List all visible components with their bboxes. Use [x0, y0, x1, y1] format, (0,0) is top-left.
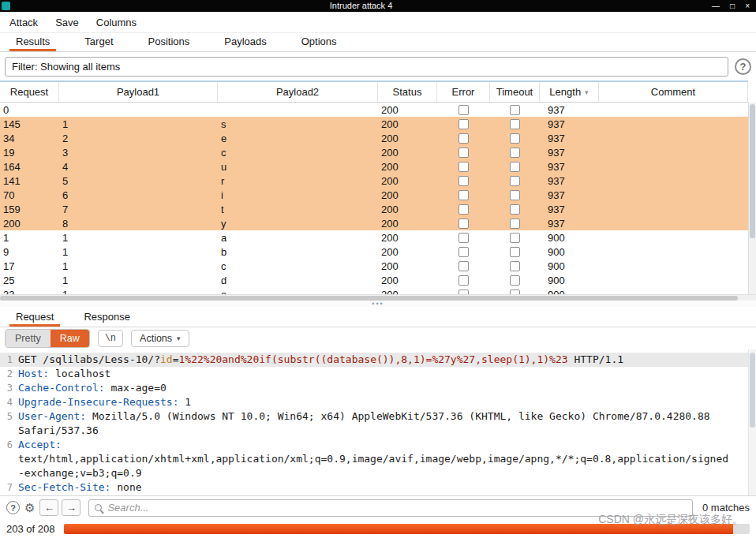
raw-button[interactable]: Raw: [51, 330, 89, 347]
table-row[interactable]: 1 1 a 200 900: [0, 230, 748, 245]
table-row[interactable]: 19 3 c 200 937: [0, 145, 748, 159]
gear-icon[interactable]: ⚙: [24, 502, 35, 514]
timeout-checkbox[interactable]: [510, 261, 520, 271]
column-header-request[interactable]: Request: [0, 82, 59, 102]
error-checkbox[interactable]: [458, 275, 469, 286]
error-checkbox[interactable]: [458, 190, 469, 200]
column-header-error[interactable]: Error: [437, 82, 490, 102]
cell-payload2: e: [218, 131, 378, 145]
prev-match-button[interactable]: ←: [39, 499, 58, 516]
timeout-checkbox[interactable]: [510, 275, 520, 286]
cell-length: 937: [540, 131, 599, 145]
cell-request: 164: [0, 159, 59, 174]
error-checkbox[interactable]: [458, 133, 469, 144]
minimize-icon[interactable]: —: [712, 0, 720, 12]
editor-scrollbar[interactable]: [748, 349, 756, 495]
error-checkbox[interactable]: [458, 219, 469, 229]
cell-error: [437, 202, 490, 216]
cell-comment: [599, 259, 748, 273]
table-row[interactable]: 159 7 t 200 937: [0, 202, 748, 216]
tab-options[interactable]: Options: [295, 33, 343, 51]
scrollbar-thumb[interactable]: [750, 104, 755, 238]
timeout-checkbox[interactable]: [510, 233, 520, 243]
maximize-icon[interactable]: □: [730, 0, 735, 12]
timeout-checkbox[interactable]: [510, 133, 520, 144]
column-header-payload2[interactable]: Payload2: [218, 82, 378, 102]
pane-splitter[interactable]: •••: [0, 301, 756, 307]
pretty-button[interactable]: Pretty: [6, 330, 51, 347]
table-row[interactable]: 70 6 i 200 937: [0, 188, 748, 202]
newline-toggle-button[interactable]: \n: [98, 330, 123, 347]
progress-bar: [64, 524, 750, 534]
editor-tab-response[interactable]: Response: [77, 307, 137, 327]
error-checkbox[interactable]: [458, 105, 469, 115]
column-header-timeout[interactable]: Timeout: [490, 82, 540, 102]
menu-attack[interactable]: Attack: [2, 13, 46, 32]
cell-timeout: [490, 188, 540, 202]
filter-section: Filter: Showing all items ?: [0, 52, 756, 80]
cell-error: [437, 259, 490, 273]
filter-bar[interactable]: Filter: Showing all items: [5, 57, 728, 77]
editor-tab-request[interactable]: Request: [9, 307, 60, 327]
request-line: text/html,application/xhtml+xml,applicat…: [0, 452, 756, 466]
table-row[interactable]: 0 200 937: [0, 103, 748, 117]
table-row[interactable]: 33 1 e 200 900: [0, 287, 748, 294]
error-checkbox[interactable]: [458, 162, 469, 172]
cell-length: 937: [540, 202, 599, 216]
menu-columns[interactable]: Columns: [88, 13, 144, 32]
column-menu-icon[interactable]: ▾: [585, 88, 589, 96]
error-checkbox[interactable]: [458, 247, 469, 257]
cell-error: [437, 287, 490, 294]
close-icon[interactable]: ×: [745, 0, 750, 12]
table-row[interactable]: 200 8 y 200 937: [0, 216, 748, 230]
column-header-comment[interactable]: Comment: [599, 82, 748, 102]
error-checkbox[interactable]: [458, 261, 469, 271]
timeout-checkbox[interactable]: [510, 119, 520, 129]
timeout-checkbox[interactable]: [510, 190, 520, 200]
timeout-checkbox[interactable]: [510, 105, 520, 115]
timeout-checkbox[interactable]: [510, 204, 520, 215]
cell-status: 200: [378, 188, 437, 202]
next-match-button[interactable]: →: [62, 499, 80, 516]
timeout-checkbox[interactable]: [510, 148, 520, 158]
help-icon[interactable]: ?: [735, 58, 751, 75]
table-row[interactable]: 34 2 e 200 937: [0, 131, 748, 145]
error-checkbox[interactable]: [458, 233, 469, 243]
actions-button[interactable]: Actions ▾: [131, 330, 189, 347]
scrollbar-thumb[interactable]: [0, 296, 738, 301]
tab-target[interactable]: Target: [78, 33, 119, 51]
column-header-length[interactable]: Length▾: [540, 82, 599, 102]
menu-save[interactable]: Save: [47, 13, 87, 32]
table-row[interactable]: 164 4 u 200 937: [0, 159, 748, 174]
table-row[interactable]: 141 5 r 200 937: [0, 174, 748, 188]
line-number: [0, 424, 13, 438]
line-number: 7: [0, 480, 13, 495]
table-horizontal-scrollbar[interactable]: [0, 294, 756, 301]
scrollbar-thumb[interactable]: [750, 353, 755, 428]
column-header-status[interactable]: Status: [378, 82, 437, 102]
cell-status: 200: [378, 216, 437, 230]
timeout-checkbox[interactable]: [510, 176, 520, 186]
table-row[interactable]: 145 1 s 200 937: [0, 117, 748, 131]
error-checkbox[interactable]: [458, 119, 469, 129]
error-checkbox[interactable]: [458, 204, 469, 215]
error-checkbox[interactable]: [458, 176, 469, 186]
search-help-icon[interactable]: ?: [6, 501, 20, 514]
timeout-checkbox[interactable]: [510, 162, 520, 172]
table-row[interactable]: 9 1 b 200 900: [0, 245, 748, 259]
error-checkbox[interactable]: [458, 148, 469, 158]
table-row[interactable]: 17 1 c 200 900: [0, 259, 748, 273]
column-header-payload1[interactable]: Payload1: [59, 82, 218, 102]
tab-results[interactable]: Results: [9, 33, 56, 51]
cell-request: 145: [0, 117, 59, 131]
timeout-checkbox[interactable]: [510, 219, 520, 229]
timeout-checkbox[interactable]: [510, 247, 520, 257]
tab-positions[interactable]: Positions: [142, 33, 196, 51]
request-editor[interactable]: 1 GET /sqlilabs/Less-10/?id=1%22%20and%2…: [0, 349, 756, 495]
search-input[interactable]: [107, 502, 687, 514]
cell-error: [437, 145, 490, 159]
tab-payloads[interactable]: Payloads: [218, 33, 272, 51]
table-row[interactable]: 25 1 d 200 900: [0, 273, 748, 287]
cell-payload2: y: [218, 216, 378, 230]
table-vertical-scrollbar[interactable]: [748, 103, 756, 294]
